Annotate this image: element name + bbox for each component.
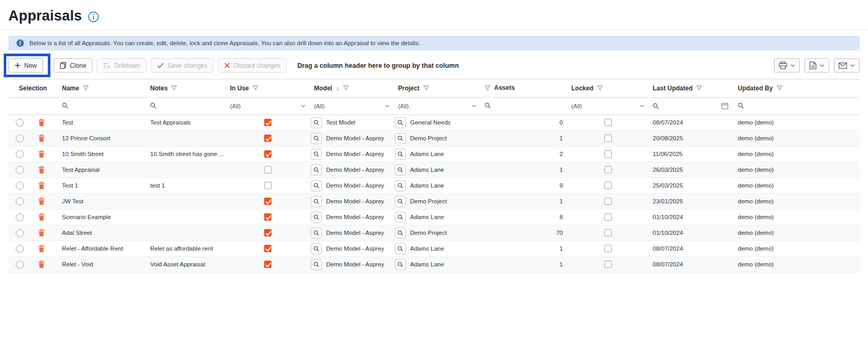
in-use-checkbox[interactable] [264,166,271,173]
row-select-radio[interactable] [16,150,24,158]
row-select-radio[interactable] [16,135,24,142]
filter-cell-locked[interactable]: (All) [567,97,649,115]
table-row[interactable]: Test Appraisal Demo Model - Asprey Adams… [8,162,860,178]
locked-checkbox[interactable] [604,150,612,158]
calendar-icon[interactable] [721,102,728,109]
column-header-assets[interactable]: Assets [480,79,567,98]
delete-row-icon[interactable] [38,213,45,221]
table-row[interactable]: JW Test Demo Model - Asprey Demo Project… [8,193,860,209]
model-lookup-button[interactable] [311,117,322,128]
in-use-checkbox[interactable] [264,182,271,189]
in-use-checkbox[interactable] [264,119,271,126]
filter-cell-updated-by[interactable] [733,97,860,115]
in-use-checkbox[interactable] [264,261,271,268]
filter-cell-assets[interactable] [480,97,567,115]
search-icon[interactable] [485,102,491,109]
model-lookup-button[interactable] [311,149,322,160]
table-row[interactable]: Relet - Affordable Rent Relet as afforda… [8,241,860,256]
project-lookup-button[interactable] [395,228,406,239]
column-header-notes[interactable]: Notes [146,79,226,98]
search-icon[interactable] [62,102,68,109]
column-header-last-updated[interactable]: Last Updated [649,79,733,98]
print-button[interactable] [774,58,800,73]
model-lookup-button[interactable] [311,164,322,175]
project-lookup-button[interactable] [395,259,406,270]
table-row[interactable]: Test Test Appraisals Test Model General … [8,115,860,130]
filter-cell-notes[interactable] [146,97,226,115]
table-row[interactable]: Relet - Void Void Asset Appraisal Demo M… [8,256,860,272]
locked-checkbox[interactable] [604,229,612,236]
row-select-radio[interactable] [16,245,24,253]
table-row[interactable]: Test 1 test 1 Demo Model - Asprey Adams … [8,178,860,193]
discard-changes-button[interactable]: Discard changes [218,58,287,73]
table-row[interactable]: 12 Prince Consort Demo Model - Asprey De… [8,130,860,146]
delete-row-icon[interactable] [38,245,45,252]
delete-row-icon[interactable] [38,166,45,173]
column-header-model[interactable]: Model ↓ [310,79,394,98]
model-lookup-button[interactable] [311,243,322,254]
filter-cell-project[interactable]: (All) [394,97,480,115]
delete-row-icon[interactable] [38,261,45,268]
row-select-radio[interactable] [16,213,24,221]
search-icon[interactable] [150,102,156,109]
search-icon[interactable] [653,103,659,109]
filter-cell-model[interactable]: (All) [310,97,394,115]
delete-row-icon[interactable] [38,135,45,142]
project-lookup-button[interactable] [395,243,406,254]
project-lookup-button[interactable] [395,133,406,144]
model-lookup-button[interactable] [311,133,322,144]
row-select-radio[interactable] [16,198,24,205]
locked-filter-select[interactable]: (All) [571,103,644,109]
filter-funnel-icon[interactable] [253,85,258,91]
table-row[interactable]: Scenario Example Demo Model - Asprey Ada… [8,209,860,225]
save-changes-button[interactable]: Save changes [151,58,214,73]
locked-checkbox[interactable] [604,119,612,126]
filter-funnel-icon[interactable] [171,85,177,91]
in-use-checkbox[interactable] [264,213,271,221]
filter-cell-in-use[interactable]: (All) [226,97,310,115]
drilldown-button[interactable]: Drilldown [97,58,146,73]
clone-button[interactable]: Clone [54,58,92,73]
locked-checkbox[interactable] [604,166,612,173]
row-select-radio[interactable] [16,229,24,237]
row-select-radio[interactable] [16,119,24,127]
delete-row-icon[interactable] [38,229,45,236]
project-filter-select[interactable]: (All) [398,103,476,109]
model-lookup-button[interactable] [311,196,322,207]
new-button[interactable]: New [8,58,43,73]
locked-checkbox[interactable] [604,245,612,252]
group-panel[interactable]: Drag a column header here to group by th… [297,62,459,69]
filter-funnel-icon[interactable] [343,85,349,91]
in-use-checkbox[interactable] [264,245,271,252]
locked-checkbox[interactable] [604,135,612,142]
in-use-checkbox[interactable] [264,150,271,158]
model-lookup-button[interactable] [311,228,322,239]
row-select-radio[interactable] [16,166,24,174]
column-header-project[interactable]: Project [394,79,480,98]
filter-funnel-icon[interactable] [777,85,782,91]
locked-checkbox[interactable] [604,182,612,189]
delete-row-icon[interactable] [38,119,45,126]
filter-funnel-icon[interactable] [597,85,603,91]
locked-checkbox[interactable] [604,213,612,221]
project-lookup-button[interactable] [395,164,406,175]
in-use-checkbox[interactable] [264,229,271,236]
model-lookup-button[interactable] [311,180,322,191]
filter-funnel-icon[interactable] [696,85,702,91]
filter-cell-name[interactable] [58,97,146,115]
delete-row-icon[interactable] [38,150,45,158]
in-use-checkbox[interactable] [264,135,271,142]
model-lookup-button[interactable] [311,212,322,223]
filter-funnel-icon[interactable] [485,85,490,91]
in-use-checkbox[interactable] [264,198,271,205]
project-lookup-button[interactable] [395,117,406,128]
search-icon[interactable] [738,102,744,109]
row-select-radio[interactable] [16,261,24,268]
column-header-name[interactable]: Name [58,79,146,98]
project-lookup-button[interactable] [395,196,406,207]
column-header-updated-by[interactable]: Updated By [733,79,860,98]
row-select-radio[interactable] [16,182,24,190]
column-header-locked[interactable]: Locked [567,79,649,98]
model-lookup-button[interactable] [311,259,322,270]
column-header-in-use[interactable]: In Use [226,79,310,98]
